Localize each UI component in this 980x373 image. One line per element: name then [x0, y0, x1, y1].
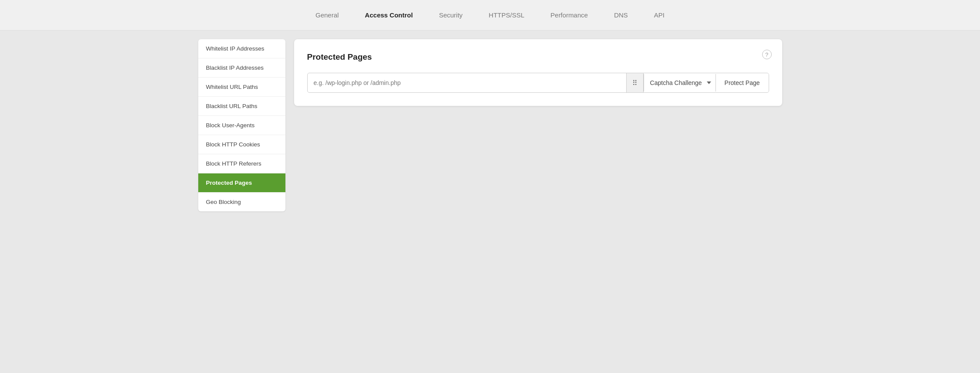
challenge-type-select[interactable]: Captcha Challenge Basic Auth Cookie Chal… — [644, 74, 716, 92]
panel-title: Protected Pages — [307, 52, 769, 62]
sidebar-item-protected-pages[interactable]: Protected Pages — [198, 173, 285, 193]
nav-dns[interactable]: DNS — [614, 8, 628, 22]
top-navigation: General Access Control Security HTTPS/SS… — [0, 0, 980, 31]
sidebar-item-block-http-cookies[interactable]: Block HTTP Cookies — [198, 135, 285, 154]
panel-card: Protected Pages ? ⠿ Captcha Challenge Ba… — [294, 39, 782, 106]
grid-icon: ⠿ — [632, 79, 638, 87]
sidebar-item-geo-blocking[interactable]: Geo Blocking — [198, 193, 285, 211]
nav-https-ssl[interactable]: HTTPS/SSL — [489, 8, 525, 22]
input-grid-icon-button[interactable]: ⠿ — [626, 73, 644, 92]
nav-security[interactable]: Security — [439, 8, 462, 22]
sidebar-card: Whitelist IP Addresses Blacklist IP Addr… — [198, 39, 285, 211]
sidebar-item-blacklist-ip[interactable]: Blacklist IP Addresses — [198, 58, 285, 78]
sidebar-item-whitelist-ip[interactable]: Whitelist IP Addresses — [198, 39, 285, 58]
sidebar: Whitelist IP Addresses Blacklist IP Addr… — [198, 39, 285, 211]
nav-performance[interactable]: Performance — [550, 8, 588, 22]
nav-access-control[interactable]: Access Control — [365, 8, 413, 22]
sidebar-item-whitelist-url[interactable]: Whitelist URL Paths — [198, 78, 285, 97]
protect-page-button[interactable]: Protect Page — [716, 74, 769, 92]
nav-api[interactable]: API — [654, 8, 665, 22]
sidebar-item-blacklist-url[interactable]: Blacklist URL Paths — [198, 97, 285, 116]
sidebar-item-block-http-referers[interactable]: Block HTTP Referers — [198, 154, 285, 173]
sidebar-item-block-user-agents[interactable]: Block User-Agents — [198, 116, 285, 135]
nav-general[interactable]: General — [315, 8, 339, 22]
help-icon[interactable]: ? — [762, 50, 772, 59]
main-content: Whitelist IP Addresses Blacklist IP Addr… — [185, 31, 795, 220]
url-input[interactable] — [308, 74, 626, 92]
content-panel: Protected Pages ? ⠿ Captcha Challenge Ba… — [294, 39, 782, 211]
protect-page-form: ⠿ Captcha Challenge Basic Auth Cookie Ch… — [307, 73, 769, 93]
